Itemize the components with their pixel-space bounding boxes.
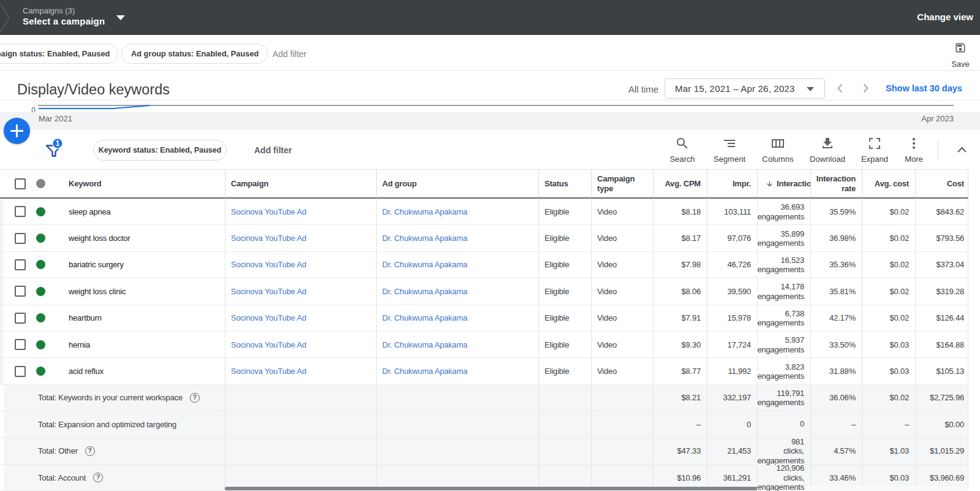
svg-text:1: 1 bbox=[56, 139, 60, 148]
